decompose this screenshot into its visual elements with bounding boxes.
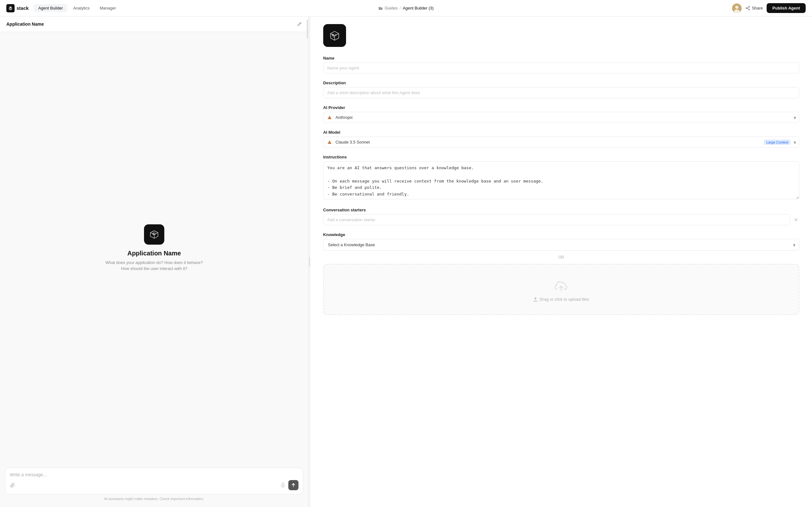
file-upload-icon	[553, 277, 569, 294]
svg-rect-12	[282, 483, 284, 486]
scrollbar-track[interactable]	[306, 16, 308, 507]
tab-agent-builder[interactable]: Agent Builder	[34, 4, 67, 12]
tab-analytics[interactable]: Analytics	[68, 4, 94, 12]
knowledge-field-group: Knowledge Select a Knowledge Base ▾ OR	[323, 232, 799, 315]
knowledge-label: Knowledge	[323, 232, 799, 237]
anthropic-icon	[326, 114, 333, 121]
breadcrumb-guides: Guides	[385, 6, 398, 10]
ai-provider-field-group: AI Provider Anthropic ▾	[323, 105, 799, 123]
nav-right-actions: Share Publish Agent	[732, 3, 806, 13]
edit-name-button[interactable]	[297, 21, 302, 26]
ai-model-label: AI Model	[323, 130, 799, 135]
upload-arrow-icon	[533, 297, 538, 302]
ai-model-field-group: AI Model Claude 3.5 Sonnet Large Context…	[323, 130, 799, 148]
svg-point-5	[746, 8, 747, 9]
ai-provider-select-wrapper: Anthropic ▾	[323, 112, 799, 123]
name-label: Name	[323, 56, 799, 60]
chat-actions-row	[10, 480, 299, 490]
send-icon	[291, 483, 296, 487]
instructions-label: Instructions	[323, 155, 799, 159]
avatar[interactable]	[732, 3, 742, 13]
ai-model-select[interactable]: Claude 3.5 Sonnet	[323, 136, 799, 148]
file-upload-area[interactable]: Drag or click to upload files	[323, 264, 799, 315]
logo-text: stack	[16, 5, 29, 11]
top-navigation: stack Agent Builder Analytics Manager Gu…	[0, 0, 812, 16]
chat-footer: AI assistants might make mistakes. Check…	[0, 464, 308, 507]
agent-logo-cube-preview	[148, 228, 160, 241]
instructions-field-group: Instructions You are an AI that answers …	[323, 155, 799, 201]
preview-panel: Application Name Application Na	[0, 16, 309, 507]
ai-disclaimer: AI assistants might make mistakes. Check…	[5, 497, 303, 501]
upload-label: Drag or click to upload files	[540, 297, 589, 302]
svg-line-7	[747, 7, 749, 9]
folder-icon	[378, 6, 383, 10]
resize-handle[interactable]	[309, 16, 310, 507]
publish-button[interactable]: Publish Agent	[767, 3, 806, 13]
svg-point-6	[749, 9, 750, 10]
svg-rect-15	[335, 34, 337, 36]
svg-rect-16	[333, 36, 334, 38]
chat-input-container	[5, 468, 303, 494]
tab-manager[interactable]: Manager	[95, 4, 120, 12]
or-divider: OR	[323, 255, 799, 260]
microphone-icon	[280, 482, 286, 488]
clear-starter-button[interactable]: ✕	[793, 216, 799, 224]
svg-rect-11	[154, 233, 156, 235]
stack-logo-icon	[6, 4, 14, 12]
preview-content: Application Name What does your applicat…	[0, 32, 308, 464]
breadcrumb-current: Agent Builder (3)	[403, 6, 434, 10]
conversation-starter-input[interactable]	[323, 214, 790, 225]
preview-app-title: Application Name	[127, 250, 181, 257]
agent-description-input[interactable]	[323, 87, 799, 98]
scrollbar-thumb	[307, 20, 308, 39]
avatar-image	[732, 3, 742, 13]
conversation-starters-field-group: Conversation starters ✕	[323, 208, 799, 225]
preview-panel-header: Application Name	[0, 16, 308, 32]
svg-line-8	[747, 9, 749, 9]
main-layout: Application Name Application Na	[0, 16, 812, 507]
name-field-group: Name	[323, 56, 799, 73]
breadcrumb: Guides / Agent Builder (3)	[378, 6, 434, 10]
chat-message-input[interactable]	[10, 472, 299, 477]
svg-point-2	[735, 6, 739, 9]
svg-line-9	[300, 23, 300, 24]
description-field-group: Description	[323, 80, 799, 98]
description-label: Description	[323, 80, 799, 85]
ai-provider-select[interactable]: Anthropic	[323, 112, 799, 123]
breadcrumb-separator: /	[400, 6, 401, 10]
agent-name-input[interactable]	[323, 62, 799, 73]
conversation-starter-row: ✕	[323, 214, 799, 225]
attach-file-button[interactable]	[10, 482, 15, 488]
ai-model-select-wrapper: Claude 3.5 Sonnet Large Context ▾	[323, 136, 799, 148]
svg-rect-14	[332, 34, 334, 36]
edit-icon	[297, 21, 302, 26]
preview-app-desc: What does your application do? How does …	[103, 260, 205, 272]
nav-tabs: Agent Builder Analytics Manager	[34, 4, 120, 12]
conversation-starters-label: Conversation starters	[323, 208, 799, 212]
knowledge-select-wrapper: Select a Knowledge Base ▾	[323, 239, 799, 250]
agent-logo-upload[interactable]	[323, 24, 346, 47]
logo: stack	[6, 4, 29, 12]
config-panel: Name Description AI Provider Anthropic ▾	[310, 16, 812, 507]
agent-logo-cube-right	[328, 29, 342, 43]
ai-model-icon	[326, 139, 333, 146]
knowledge-base-select[interactable]: Select a Knowledge Base	[323, 239, 799, 250]
paperclip-icon	[10, 482, 15, 488]
preview-panel-title: Application Name	[6, 21, 44, 26]
agent-logo-preview	[144, 224, 164, 245]
share-button[interactable]: Share	[745, 6, 763, 10]
ai-provider-label: AI Provider	[323, 105, 799, 110]
share-label: Share	[752, 6, 763, 10]
share-icon	[745, 6, 750, 10]
voice-input-button[interactable]	[280, 482, 286, 488]
chat-send-actions	[280, 480, 299, 490]
send-message-button[interactable]	[288, 480, 299, 490]
instructions-textarea[interactable]: You are an AI that answers questions ove…	[323, 161, 799, 199]
